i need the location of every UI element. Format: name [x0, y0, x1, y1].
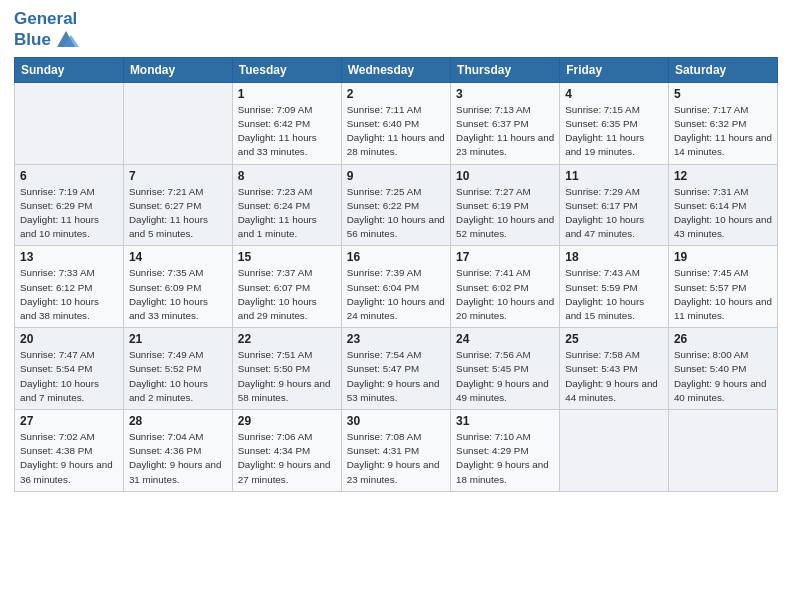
day-number: 6	[20, 169, 118, 183]
day-number: 11	[565, 169, 663, 183]
calendar-cell: 11Sunrise: 7:29 AM Sunset: 6:17 PM Dayli…	[560, 164, 669, 246]
weekday-header-monday: Monday	[123, 57, 232, 82]
day-info: Sunrise: 7:31 AM Sunset: 6:14 PM Dayligh…	[674, 185, 772, 242]
calendar-cell: 26Sunrise: 8:00 AM Sunset: 5:40 PM Dayli…	[668, 328, 777, 410]
calendar-cell: 31Sunrise: 7:10 AM Sunset: 4:29 PM Dayli…	[451, 409, 560, 491]
day-info: Sunrise: 7:23 AM Sunset: 6:24 PM Dayligh…	[238, 185, 336, 242]
day-info: Sunrise: 7:13 AM Sunset: 6:37 PM Dayligh…	[456, 103, 554, 160]
day-info: Sunrise: 7:33 AM Sunset: 6:12 PM Dayligh…	[20, 266, 118, 323]
header: General Blue	[14, 10, 778, 51]
calendar-cell: 24Sunrise: 7:56 AM Sunset: 5:45 PM Dayli…	[451, 328, 560, 410]
day-number: 29	[238, 414, 336, 428]
calendar-cell: 23Sunrise: 7:54 AM Sunset: 5:47 PM Dayli…	[341, 328, 450, 410]
day-info: Sunrise: 7:10 AM Sunset: 4:29 PM Dayligh…	[456, 430, 554, 487]
day-number: 1	[238, 87, 336, 101]
calendar-cell: 13Sunrise: 7:33 AM Sunset: 6:12 PM Dayli…	[15, 246, 124, 328]
day-number: 28	[129, 414, 227, 428]
day-info: Sunrise: 7:37 AM Sunset: 6:07 PM Dayligh…	[238, 266, 336, 323]
day-number: 10	[456, 169, 554, 183]
calendar-cell	[668, 409, 777, 491]
day-info: Sunrise: 7:04 AM Sunset: 4:36 PM Dayligh…	[129, 430, 227, 487]
calendar-cell: 9Sunrise: 7:25 AM Sunset: 6:22 PM Daylig…	[341, 164, 450, 246]
day-info: Sunrise: 7:58 AM Sunset: 5:43 PM Dayligh…	[565, 348, 663, 405]
day-info: Sunrise: 7:39 AM Sunset: 6:04 PM Dayligh…	[347, 266, 445, 323]
calendar-cell: 29Sunrise: 7:06 AM Sunset: 4:34 PM Dayli…	[232, 409, 341, 491]
day-number: 7	[129, 169, 227, 183]
day-number: 17	[456, 250, 554, 264]
day-info: Sunrise: 7:08 AM Sunset: 4:31 PM Dayligh…	[347, 430, 445, 487]
calendar-table: SundayMondayTuesdayWednesdayThursdayFrid…	[14, 57, 778, 492]
day-number: 14	[129, 250, 227, 264]
day-info: Sunrise: 7:06 AM Sunset: 4:34 PM Dayligh…	[238, 430, 336, 487]
day-info: Sunrise: 7:19 AM Sunset: 6:29 PM Dayligh…	[20, 185, 118, 242]
day-number: 4	[565, 87, 663, 101]
calendar-cell: 15Sunrise: 7:37 AM Sunset: 6:07 PM Dayli…	[232, 246, 341, 328]
day-number: 2	[347, 87, 445, 101]
calendar-cell: 1Sunrise: 7:09 AM Sunset: 6:42 PM Daylig…	[232, 82, 341, 164]
calendar-cell: 22Sunrise: 7:51 AM Sunset: 5:50 PM Dayli…	[232, 328, 341, 410]
weekday-header-saturday: Saturday	[668, 57, 777, 82]
day-number: 23	[347, 332, 445, 346]
calendar-cell: 8Sunrise: 7:23 AM Sunset: 6:24 PM Daylig…	[232, 164, 341, 246]
day-number: 24	[456, 332, 554, 346]
day-number: 20	[20, 332, 118, 346]
day-number: 22	[238, 332, 336, 346]
calendar-week-5: 27Sunrise: 7:02 AM Sunset: 4:38 PM Dayli…	[15, 409, 778, 491]
calendar-header: SundayMondayTuesdayWednesdayThursdayFrid…	[15, 57, 778, 82]
calendar-body: 1Sunrise: 7:09 AM Sunset: 6:42 PM Daylig…	[15, 82, 778, 491]
day-number: 26	[674, 332, 772, 346]
day-info: Sunrise: 7:21 AM Sunset: 6:27 PM Dayligh…	[129, 185, 227, 242]
calendar-cell: 4Sunrise: 7:15 AM Sunset: 6:35 PM Daylig…	[560, 82, 669, 164]
weekday-header-wednesday: Wednesday	[341, 57, 450, 82]
calendar-cell	[15, 82, 124, 164]
weekday-header-sunday: Sunday	[15, 57, 124, 82]
day-info: Sunrise: 7:35 AM Sunset: 6:09 PM Dayligh…	[129, 266, 227, 323]
calendar-cell: 28Sunrise: 7:04 AM Sunset: 4:36 PM Dayli…	[123, 409, 232, 491]
calendar-week-4: 20Sunrise: 7:47 AM Sunset: 5:54 PM Dayli…	[15, 328, 778, 410]
day-info: Sunrise: 7:02 AM Sunset: 4:38 PM Dayligh…	[20, 430, 118, 487]
day-number: 8	[238, 169, 336, 183]
day-info: Sunrise: 7:49 AM Sunset: 5:52 PM Dayligh…	[129, 348, 227, 405]
logo-icon	[53, 29, 79, 51]
weekday-header-friday: Friday	[560, 57, 669, 82]
calendar-cell: 14Sunrise: 7:35 AM Sunset: 6:09 PM Dayli…	[123, 246, 232, 328]
calendar-cell: 25Sunrise: 7:58 AM Sunset: 5:43 PM Dayli…	[560, 328, 669, 410]
calendar-week-3: 13Sunrise: 7:33 AM Sunset: 6:12 PM Dayli…	[15, 246, 778, 328]
logo: General Blue	[14, 10, 79, 51]
calendar-cell: 3Sunrise: 7:13 AM Sunset: 6:37 PM Daylig…	[451, 82, 560, 164]
weekday-row: SundayMondayTuesdayWednesdayThursdayFrid…	[15, 57, 778, 82]
day-info: Sunrise: 7:25 AM Sunset: 6:22 PM Dayligh…	[347, 185, 445, 242]
calendar-cell: 12Sunrise: 7:31 AM Sunset: 6:14 PM Dayli…	[668, 164, 777, 246]
day-info: Sunrise: 7:29 AM Sunset: 6:17 PM Dayligh…	[565, 185, 663, 242]
day-info: Sunrise: 7:51 AM Sunset: 5:50 PM Dayligh…	[238, 348, 336, 405]
calendar-cell: 5Sunrise: 7:17 AM Sunset: 6:32 PM Daylig…	[668, 82, 777, 164]
day-info: Sunrise: 7:54 AM Sunset: 5:47 PM Dayligh…	[347, 348, 445, 405]
calendar-cell: 27Sunrise: 7:02 AM Sunset: 4:38 PM Dayli…	[15, 409, 124, 491]
day-number: 12	[674, 169, 772, 183]
day-number: 27	[20, 414, 118, 428]
calendar-cell: 6Sunrise: 7:19 AM Sunset: 6:29 PM Daylig…	[15, 164, 124, 246]
calendar-cell: 21Sunrise: 7:49 AM Sunset: 5:52 PM Dayli…	[123, 328, 232, 410]
calendar-cell: 16Sunrise: 7:39 AM Sunset: 6:04 PM Dayli…	[341, 246, 450, 328]
logo-blue: Blue	[14, 30, 51, 50]
day-number: 15	[238, 250, 336, 264]
day-number: 16	[347, 250, 445, 264]
logo-text: General	[14, 10, 79, 29]
day-number: 19	[674, 250, 772, 264]
calendar-week-2: 6Sunrise: 7:19 AM Sunset: 6:29 PM Daylig…	[15, 164, 778, 246]
day-info: Sunrise: 7:27 AM Sunset: 6:19 PM Dayligh…	[456, 185, 554, 242]
day-info: Sunrise: 7:15 AM Sunset: 6:35 PM Dayligh…	[565, 103, 663, 160]
calendar-cell	[560, 409, 669, 491]
calendar-cell: 18Sunrise: 7:43 AM Sunset: 5:59 PM Dayli…	[560, 246, 669, 328]
day-info: Sunrise: 7:45 AM Sunset: 5:57 PM Dayligh…	[674, 266, 772, 323]
day-number: 3	[456, 87, 554, 101]
day-info: Sunrise: 7:09 AM Sunset: 6:42 PM Dayligh…	[238, 103, 336, 160]
calendar-cell: 10Sunrise: 7:27 AM Sunset: 6:19 PM Dayli…	[451, 164, 560, 246]
calendar-cell: 30Sunrise: 7:08 AM Sunset: 4:31 PM Dayli…	[341, 409, 450, 491]
day-number: 5	[674, 87, 772, 101]
calendar-cell: 17Sunrise: 7:41 AM Sunset: 6:02 PM Dayli…	[451, 246, 560, 328]
calendar-cell	[123, 82, 232, 164]
page: General Blue SundayMondayTuesdayWednesda…	[0, 0, 792, 612]
calendar-week-1: 1Sunrise: 7:09 AM Sunset: 6:42 PM Daylig…	[15, 82, 778, 164]
day-number: 30	[347, 414, 445, 428]
